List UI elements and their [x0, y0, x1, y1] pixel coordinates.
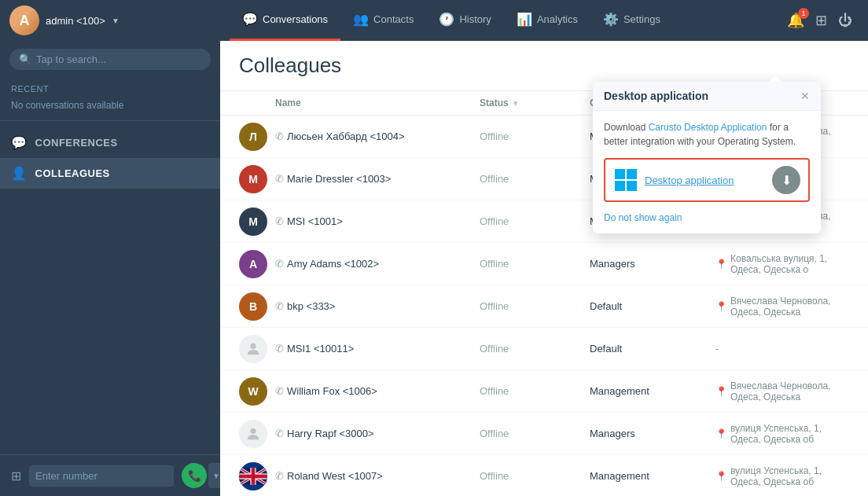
location-pin-icon: 📍	[715, 301, 727, 312]
download-button[interactable]: ⬇	[772, 166, 800, 194]
contact-name-cell: ✆ Amy Adams <1002>	[275, 258, 480, 270]
search-input[interactable]	[36, 53, 201, 65]
column-header-status[interactable]: Status ▼	[480, 97, 590, 108]
contact-group: Default	[590, 300, 715, 312]
power-button[interactable]: ⏻	[838, 13, 852, 29]
popup-title: Desktop application	[604, 90, 708, 102]
popup-close-button[interactable]: ✕	[800, 90, 810, 102]
location-pin-icon: 📍	[715, 259, 727, 270]
sidebar-item-colleagues[interactable]: 👤 COLLEAGUES	[0, 158, 220, 189]
tab-contacts[interactable]: 👥 Contacts	[340, 0, 426, 41]
contact-name: Amy Adams <1002>	[287, 258, 379, 270]
recent-label: RECENT	[0, 78, 220, 97]
no-conversations-text: No conversations available	[0, 97, 220, 114]
location-pin-icon: 📍	[715, 428, 727, 439]
table-row[interactable]: ✆ Roland West <1007> Offline Management …	[220, 455, 868, 496]
page-title: Colleagues	[239, 53, 849, 78]
contact-name: MSI1 <10011>	[287, 343, 354, 355]
table-row[interactable]: W ✆ William Fox <1006> Offline Managemen…	[220, 370, 868, 413]
tab-history-label: History	[459, 13, 491, 25]
contact-name: William Fox <1006>	[287, 385, 377, 397]
contact-group: Default	[590, 343, 715, 355]
contact-name-cell: ✆ Люсьен Хаббард <1004>	[275, 130, 480, 142]
contact-name-cell: ✆ William Fox <1006>	[275, 385, 480, 397]
svg-point-1	[250, 428, 256, 433]
table-row[interactable]: A ✆ Amy Adams <1002> Offline Managers 📍 …	[220, 243, 868, 285]
table-row[interactable]: ✆ MSI1 <10011> Offline Default -	[220, 328, 868, 370]
table-row[interactable]: B ✆ bkp <333> Offline Default 📍 Вячеслав…	[220, 285, 868, 328]
tab-settings[interactable]: ⚙️ Settings	[590, 0, 673, 41]
contact-status: Offline	[480, 130, 590, 142]
colleagues-icon: 👤	[11, 166, 28, 181]
contact-type-icon: ✆	[275, 215, 284, 227]
download-icon: ⬇	[782, 173, 792, 188]
contact-status: Offline	[480, 385, 590, 397]
contact-type-icon: ✆	[275, 470, 284, 482]
tab-conversations[interactable]: 💬 Conversations	[230, 0, 340, 41]
avatar: M	[239, 165, 267, 193]
top-navigation: A admin <100> ▼ 💬 Conversations 👥 Contac…	[0, 0, 868, 41]
sidebar-item-colleagues-label: COLLEAGUES	[35, 167, 110, 179]
carusto-link[interactable]: Carusto Desktop Application	[649, 122, 767, 133]
svg-rect-11	[615, 169, 625, 179]
sidebar-bottom: ⊞ 📞 ▼	[0, 454, 220, 496]
sidebar: 🔍 RECENT No conversations available 💬 CO…	[0, 41, 220, 496]
desktop-app-download-button[interactable]: Desktop application ⬇	[604, 158, 810, 202]
sort-icon: ▼	[512, 99, 520, 108]
table-row[interactable]: ✆ Harry Rapf <3000> Offline Managers 📍 в…	[220, 413, 868, 455]
avatar	[239, 335, 267, 363]
avatar	[239, 462, 267, 490]
contact-name: Marie Dressler <1003>	[287, 173, 391, 185]
main-layout: 🔍 RECENT No conversations available 💬 CO…	[0, 41, 868, 496]
call-button[interactable]: 📞	[182, 463, 207, 488]
conversations-icon: 💬	[242, 12, 258, 27]
contact-location: 📍 Вячеслава Черновола, Одеса, Одеська	[715, 380, 849, 402]
contact-status: Offline	[480, 300, 590, 312]
tab-analytics[interactable]: 📊 Analytics	[504, 0, 590, 41]
search-box[interactable]: 🔍	[9, 49, 211, 70]
tab-history[interactable]: 🕐 History	[426, 0, 503, 41]
sidebar-item-conferences[interactable]: 💬 CONFERENCES	[0, 127, 220, 158]
popup-description: Download Carusto Desktop Application for…	[604, 120, 810, 149]
contact-status: Offline	[480, 215, 590, 227]
dialpad-button[interactable]: ⊞	[11, 468, 21, 483]
svg-rect-10	[239, 474, 267, 478]
content-area: Colleagues Name Status ▼ Group Location …	[220, 41, 868, 496]
contact-name: Harry Rapf <3000>	[287, 428, 374, 439]
contact-type-icon: ✆	[275, 428, 284, 439]
contact-status: Offline	[480, 258, 590, 270]
chevron-down-icon[interactable]: ▼	[112, 17, 120, 25]
contact-status: Offline	[480, 173, 590, 185]
contact-type-icon: ✆	[275, 173, 284, 185]
avatar	[239, 420, 267, 448]
avatar: B	[239, 292, 267, 321]
admin-label[interactable]: admin <100>	[46, 15, 105, 27]
contact-type-icon: ✆	[275, 385, 284, 397]
nav-right-icons: 🔔 1 ⊞ ⏻	[787, 12, 859, 29]
avatar: A	[239, 250, 267, 278]
contact-type-icon: ✆	[275, 258, 284, 270]
popup-header: Desktop application ✕	[593, 82, 821, 111]
contact-group: Management	[590, 470, 715, 482]
notifications-button[interactable]: 🔔 1	[787, 12, 804, 29]
avatar: Л	[239, 123, 267, 151]
dont-show-again-link[interactable]: Do not show again	[604, 212, 682, 223]
contact-name-cell: ✆ Marie Dressler <1003>	[275, 173, 480, 185]
contact-name: MSI <1001>	[287, 215, 343, 227]
contact-group: Management	[590, 385, 715, 397]
tab-settings-label: Settings	[623, 13, 660, 25]
desktop-app-label[interactable]: Desktop application	[645, 175, 766, 186]
search-icon: 🔍	[19, 53, 31, 65]
contact-name-cell: ✆ Roland West <1007>	[275, 470, 480, 482]
desktop-app-popup: Desktop application ✕ Download Carusto D…	[593, 82, 821, 233]
contact-group: Managers	[590, 428, 715, 439]
tab-contacts-label: Contacts	[373, 13, 414, 25]
contact-location: 📍 Вячеслава Черновола, Одеса, Одеська	[715, 296, 849, 318]
contact-location: 📍 вулиця Успенська, 1, Одеса, Одеська об	[715, 465, 849, 487]
contact-type-icon: ✆	[275, 343, 284, 355]
phone-number-input[interactable]	[29, 465, 174, 487]
chevron-down-icon: ▼	[212, 472, 220, 480]
contact-name: Люсьен Хаббард <1004>	[287, 130, 405, 142]
analytics-icon: 📊	[517, 12, 532, 27]
grid-button[interactable]: ⊞	[815, 12, 827, 29]
